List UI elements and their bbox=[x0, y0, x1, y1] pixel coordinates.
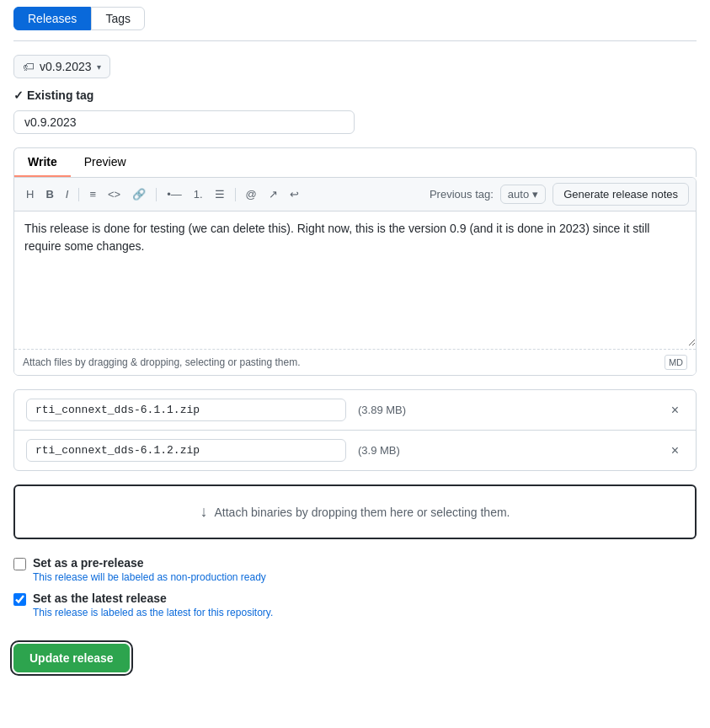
toolbar-mention[interactable]: @ bbox=[241, 185, 262, 204]
editor-textarea[interactable]: This release is done for testing (we can… bbox=[14, 211, 696, 346]
update-release-button[interactable]: Update release bbox=[13, 644, 130, 672]
generate-release-notes-button[interactable]: Generate release notes bbox=[553, 183, 689, 206]
attach-label: Attach files by dragging & dropping, sel… bbox=[23, 356, 301, 368]
editor-wrapper: H B I ≡ <> 🔗 •— 1. ☰ @ ↗ ↩ Previous tag:… bbox=[13, 177, 697, 376]
markdown-icon: MD bbox=[665, 355, 687, 370]
toolbar-list[interactable]: ≡ bbox=[84, 185, 101, 204]
pre-release-label: Set as a pre-release bbox=[33, 556, 266, 570]
remove-attachment-2[interactable]: × bbox=[666, 442, 684, 460]
pre-release-item: Set as a pre-release This release will b… bbox=[13, 556, 697, 583]
latest-release-checkbox[interactable] bbox=[13, 593, 26, 606]
toolbar-unordered-list[interactable]: •— bbox=[162, 185, 187, 204]
toolbar-italic[interactable]: I bbox=[61, 185, 74, 204]
chevron-down-icon: ▾ bbox=[97, 62, 101, 72]
existing-tag-label: ✓ Existing tag bbox=[13, 88, 697, 102]
latest-release-label: Set as the latest release bbox=[33, 592, 273, 605]
attachments-section: rti_connext_dds-6.1.1.zip (3.89 MB) × rt… bbox=[13, 389, 697, 471]
drop-arrow-icon: ↓ bbox=[200, 503, 208, 521]
toolbar-link[interactable]: 🔗 bbox=[127, 185, 151, 204]
attachment-row-2: rti_connext_dds-6.1.2.zip (3.9 MB) × bbox=[14, 431, 696, 470]
tag-icon: 🏷 bbox=[23, 60, 35, 73]
attachment-size-2: (3.9 MB) bbox=[358, 444, 666, 457]
tag-dropdown[interactable]: 🏷 v0.9.2023 ▾ bbox=[13, 55, 110, 78]
pre-release-checkbox[interactable] bbox=[13, 558, 26, 570]
tab-preview[interactable]: Preview bbox=[71, 148, 140, 177]
checkboxes-section: Set as a pre-release This release will b… bbox=[13, 556, 697, 618]
tab-tags[interactable]: Tags bbox=[91, 7, 145, 30]
title-input[interactable] bbox=[13, 110, 355, 134]
attachment-row-1: rti_connext_dds-6.1.1.zip (3.89 MB) × bbox=[14, 390, 696, 431]
toolbar-cross-ref[interactable]: ↗ bbox=[264, 185, 283, 204]
tag-value: v0.9.2023 bbox=[40, 60, 92, 73]
pre-release-desc: This release will be labeled as non-prod… bbox=[33, 571, 266, 583]
tab-releases[interactable]: Releases bbox=[13, 7, 91, 30]
toolbar-right: Previous tag: auto ▾ Generate release no… bbox=[430, 183, 689, 206]
previous-tag-label: Previous tag: bbox=[430, 188, 494, 201]
toolbar: H B I ≡ <> 🔗 •— 1. ☰ @ ↗ ↩ Previous tag:… bbox=[14, 178, 696, 211]
toolbar-sep-3 bbox=[235, 188, 236, 201]
existing-tag-text: Existing tag bbox=[27, 88, 93, 102]
toolbar-ordered-list[interactable]: 1. bbox=[189, 185, 208, 204]
tag-selector-row: 🏷 v0.9.2023 ▾ bbox=[13, 55, 697, 78]
latest-release-desc: This release is labeled as the latest fo… bbox=[33, 607, 273, 618]
chevron-down-icon: ▾ bbox=[532, 188, 538, 201]
latest-release-item: Set as the latest release This release i… bbox=[13, 592, 697, 618]
remove-attachment-1[interactable]: × bbox=[666, 401, 684, 420]
drop-zone[interactable]: ↓ Attach binaries by dropping them here … bbox=[13, 484, 697, 539]
attachment-name-1: rti_connext_dds-6.1.1.zip bbox=[26, 399, 346, 421]
toolbar-code[interactable]: <> bbox=[103, 185, 125, 204]
toolbar-bold[interactable]: B bbox=[40, 185, 58, 204]
drop-zone-label: Attach binaries by dropping them here or… bbox=[215, 506, 510, 519]
tab-write[interactable]: Write bbox=[14, 148, 71, 177]
toolbar-task-list[interactable]: ☰ bbox=[210, 185, 230, 204]
toolbar-heading[interactable]: H bbox=[21, 185, 39, 204]
check-icon: ✓ bbox=[13, 88, 24, 102]
editor-tabs: Write Preview bbox=[13, 147, 697, 177]
header-tabs: Releases Tags bbox=[13, 7, 697, 41]
attachment-size-1: (3.89 MB) bbox=[358, 404, 666, 416]
attachment-name-2: rti_connext_dds-6.1.2.zip bbox=[26, 439, 346, 462]
toolbar-sep-1 bbox=[78, 188, 79, 201]
previous-tag-select[interactable]: auto ▾ bbox=[500, 185, 546, 204]
toolbar-sep-2 bbox=[156, 188, 157, 201]
toolbar-undo[interactable]: ↩ bbox=[285, 185, 304, 204]
attach-footer: Attach files by dragging & dropping, sel… bbox=[14, 349, 696, 375]
